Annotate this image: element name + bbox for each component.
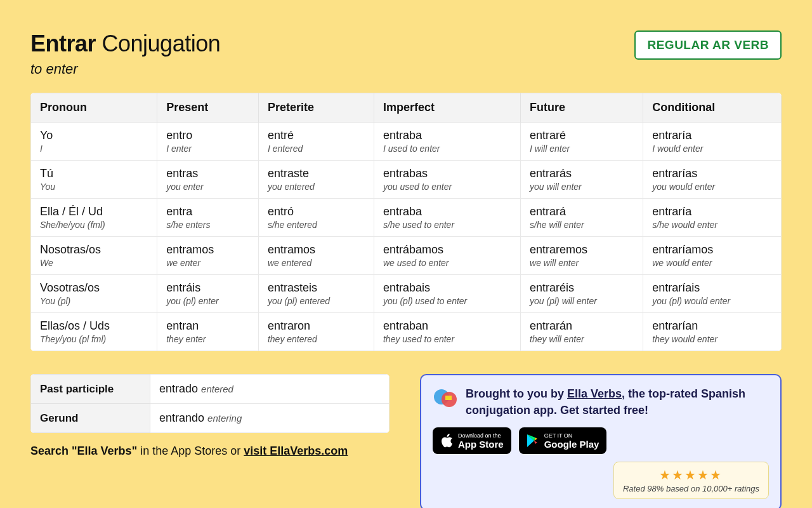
apple-icon: [440, 433, 453, 448]
conjugation-cell: entrasteisyou (pl) entered: [258, 275, 374, 313]
column-header: Imperfect: [374, 93, 520, 123]
conjugation-cell: entrabaisyou (pl) used to enter: [374, 275, 520, 313]
promo-text: Brought to you by Ella Verbs, the top-ra…: [466, 385, 769, 418]
conjugation-cell: Nosotras/osWe: [31, 237, 157, 275]
conjugation-cell: TúYou: [31, 161, 157, 199]
column-header: Preterite: [258, 93, 374, 123]
table-row: Ellas/os / UdsThey/you (pl fml)entranthe…: [31, 313, 782, 351]
table-row: TúYouentrasyou enterentrasteyou enterede…: [31, 161, 782, 199]
column-header: Future: [521, 93, 643, 123]
verb-name: Entrar: [30, 30, 96, 57]
conjugation-cell: entramoswe entered: [258, 237, 374, 275]
table-row: YoIentroI enterentréI enteredentrabaI us…: [31, 123, 782, 161]
star-icons: ★★★★★: [623, 467, 759, 483]
conjugation-cell: Ella / Él / UdShe/he/you (fml): [31, 199, 157, 237]
play-icon: [527, 434, 539, 448]
past-participle-label: Past participle: [31, 375, 150, 404]
participle-table: Past participle entrado entered Gerund e…: [30, 374, 390, 433]
conjugation-cell: entraronthey entered: [258, 313, 374, 351]
conjugation-cell: YoI: [31, 123, 157, 161]
promo-card: Brought to you by Ella Verbs, the top-ra…: [420, 374, 782, 508]
google-play-button[interactable]: GET IT ON Google Play: [519, 427, 607, 454]
conjugation-cell: entrabas/he used to enter: [374, 199, 520, 237]
conjugation-cell: entrasyou enter: [157, 161, 259, 199]
conjugation-cell: entranthey enter: [157, 313, 259, 351]
conjugation-cell: entroI enter: [157, 123, 259, 161]
column-header: Present: [157, 93, 259, 123]
gerund-label: Gerund: [31, 404, 150, 433]
column-header: Conditional: [643, 93, 782, 123]
conjugation-cell: entras/he enters: [157, 199, 259, 237]
conjugation-cell: entrós/he entered: [258, 199, 374, 237]
conjugation-cell: entraránthey will enter: [521, 313, 643, 351]
conjugation-cell: Vosotras/osYou (pl): [31, 275, 157, 313]
table-row: Vosotras/osYou (pl)entráisyou (pl) enter…: [31, 275, 782, 313]
conjugation-cell: entrarás/he will enter: [521, 199, 643, 237]
past-participle-value: entrado entered: [150, 375, 390, 404]
conjugation-cell: entrarásyou will enter: [521, 161, 643, 199]
gerund-value: entrando entering: [150, 404, 390, 433]
rating-box: ★★★★★ Rated 98% based on 10,000+ ratings: [613, 462, 769, 499]
title-suffix: Conjugation: [102, 30, 221, 57]
table-row: Ella / Él / UdShe/he/you (fml)entras/he …: [31, 199, 782, 237]
search-instructions: Search "Ella Verbs" in the App Stores or…: [30, 444, 390, 458]
conjugation-cell: entréI entered: [258, 123, 374, 161]
visit-link[interactable]: visit EllaVerbs.com: [244, 444, 348, 457]
conjugation-cell: entraríasyou would enter: [643, 161, 782, 199]
verb-type-badge: REGULAR AR VERB: [634, 30, 782, 60]
conjugation-cell: Ellas/os / UdsThey/you (pl fml): [31, 313, 157, 351]
app-icon: [433, 385, 458, 411]
conjugation-cell: entraréI will enter: [521, 123, 643, 161]
conjugation-cell: entrabanthey used to enter: [374, 313, 520, 351]
conjugation-cell: entraríamoswe would enter: [643, 237, 782, 275]
column-header: Pronoun: [31, 93, 157, 123]
conjugation-cell: entráisyou (pl) enter: [157, 275, 259, 313]
rating-text: Rated 98% based on 10,000+ ratings: [623, 484, 759, 493]
conjugation-cell: entraremoswe will enter: [521, 237, 643, 275]
verb-translation: to enter: [30, 61, 220, 77]
table-row: Nosotras/osWeentramoswe enterentramoswe …: [31, 237, 782, 275]
conjugation-cell: entrabasyou used to enter: [374, 161, 520, 199]
conjugation-cell: entraríanthey would enter: [643, 313, 782, 351]
conjugation-cell: entrarías/he would enter: [643, 199, 782, 237]
conjugation-cell: entramoswe enter: [157, 237, 259, 275]
conjugation-cell: entrasteyou entered: [258, 161, 374, 199]
conjugation-cell: entrabaI used to enter: [374, 123, 520, 161]
app-store-button[interactable]: Download on the App Store: [433, 427, 511, 454]
conjugation-cell: entraríaisyou (pl) would enter: [643, 275, 782, 313]
conjugation-cell: entraríaI would enter: [643, 123, 782, 161]
conjugation-cell: entraréisyou (pl) will enter: [521, 275, 643, 313]
conjugation-table: PronounPresentPreteriteImperfectFutureCo…: [30, 93, 782, 351]
ella-verbs-link[interactable]: Ella Verbs: [567, 387, 622, 400]
conjugation-cell: entrábamoswe used to enter: [374, 237, 520, 275]
page-title: Entrar Conjugation: [30, 30, 220, 57]
svg-rect-2: [445, 396, 452, 400]
